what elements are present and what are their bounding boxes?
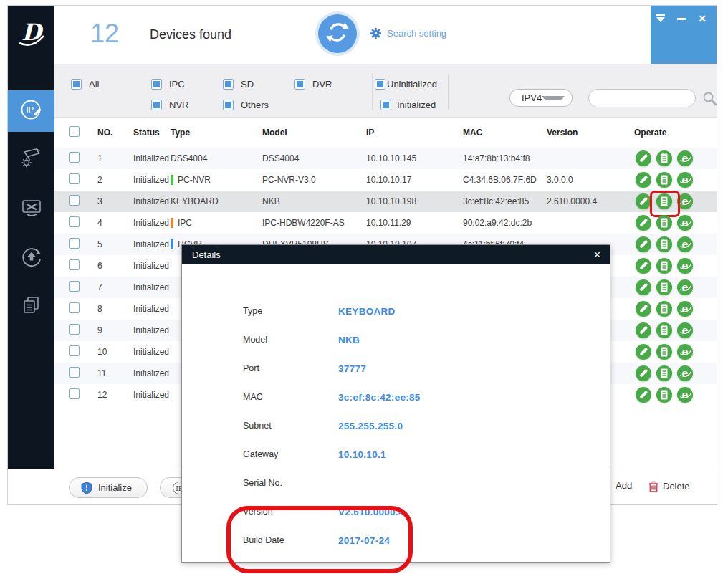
edit-pencil-icon[interactable] [636,215,651,231]
delete-button[interactable]: Delete [648,480,690,492]
details-doc-icon[interactable] [656,387,672,403]
web-browser-icon[interactable]: e [677,193,693,209]
edit-pencil-icon[interactable] [636,279,651,295]
modal-field-label: MAC [243,392,338,402]
edit-pencil-icon[interactable] [636,236,651,252]
details-doc-icon[interactable] [656,258,672,274]
modal-close-icon[interactable]: ✕ [593,249,601,260]
web-browser-icon[interactable]: e [677,150,693,166]
web-browser-icon[interactable]: e [677,344,693,360]
row-checkbox[interactable] [69,388,80,399]
checkbox-all[interactable] [71,79,82,90]
checkbox-ipc[interactable] [151,79,162,90]
row-checkbox[interactable] [69,324,80,335]
add-button[interactable]: Add [616,480,632,491]
edit-pencil-icon[interactable] [636,301,651,317]
row-checkbox[interactable] [69,259,80,270]
table-row[interactable]: 4 Initialized IPC IPC-HDBW4220F-AS 10.10… [54,212,717,234]
modal-field-label: Version [243,507,338,517]
row-checkbox[interactable] [69,152,80,163]
modal-field-row: Model NKB [243,325,610,354]
search-setting-button[interactable]: Search setting [370,27,446,39]
row-checkbox[interactable] [69,173,80,184]
row-checkbox[interactable] [69,302,80,313]
sidebar-item-system-settings[interactable] [8,188,54,230]
web-browser-icon[interactable]: e [677,172,693,188]
web-browser-icon[interactable]: e [677,301,693,317]
row-checkbox[interactable] [69,345,80,356]
devices-found-label: Devices found [150,27,231,42]
details-doc-icon[interactable] [656,279,672,295]
minimize-icon [677,18,686,20]
table-row[interactable]: 3 Initialized KEYBOARD NKB 10.10.10.198 … [54,191,717,212]
edit-pencil-icon[interactable] [636,365,651,381]
sidebar-item-device-config[interactable] [8,138,54,179]
filter-ipc[interactable]: IPC [151,79,185,90]
edit-pencil-icon[interactable] [636,322,651,338]
collapse-window-button[interactable] [655,13,666,24]
search-input[interactable] [588,89,696,107]
sidebar-item-building-config[interactable] [8,286,54,327]
details-doc-icon[interactable] [656,344,672,360]
edit-pencil-icon[interactable] [636,258,651,274]
minimize-button[interactable] [676,13,687,24]
close-window-button[interactable]: ✕ [696,13,708,24]
web-browser-icon[interactable]: e [677,365,693,381]
modal-field-label: Serial No. [243,478,338,488]
details-doc-icon[interactable] [656,301,672,317]
table-row[interactable]: 1 Initialized DSS4004 DSS4004 10.10.10.1… [54,148,717,169]
details-doc-icon[interactable] [656,150,672,166]
web-browser-icon[interactable]: e [677,279,693,295]
modal-field-label: Build Date [243,535,338,545]
modal-field-label: Port [243,363,338,373]
filter-sd[interactable]: SD [223,79,254,90]
edit-pencil-icon[interactable] [636,344,651,360]
row-checkbox[interactable] [69,238,80,249]
row-checkbox[interactable] [69,281,80,292]
details-doc-icon[interactable] [656,215,672,231]
checkbox-initialized[interactable] [380,100,391,110]
web-browser-icon[interactable]: e [677,258,693,274]
initialize-button[interactable]: Initialize [69,477,148,498]
cell-mac: 90:02:a9:42:dc:2b [463,218,547,228]
sidebar-item-modify-ip[interactable]: IP [8,90,54,132]
row-checkbox[interactable] [69,195,80,206]
edit-pencil-icon[interactable] [636,387,651,403]
select-all-checkbox[interactable] [69,126,80,137]
details-doc-icon[interactable] [656,236,672,252]
search-icon[interactable] [701,90,719,110]
web-browser-icon[interactable]: e [677,322,693,338]
filter-initialized[interactable]: Initialized [380,100,436,110]
checkbox-nvr[interactable] [151,100,162,110]
table-row[interactable]: 2 Initialized PC-NVR PC-NVR-V3.0 10.10.1… [54,169,717,191]
details-doc-icon[interactable] [656,322,672,338]
svg-text:e: e [682,260,689,272]
checkbox-sd[interactable] [223,79,234,90]
upgrade-arrow-icon [19,244,44,272]
edit-pencil-icon[interactable] [636,193,651,209]
filter-all[interactable]: All [71,79,99,90]
web-browser-icon[interactable]: e [677,236,693,252]
edit-pencil-icon[interactable] [636,172,651,188]
edit-pencil-icon[interactable] [636,150,651,166]
col-mac: MAC [463,128,547,138]
details-doc-icon[interactable] [656,172,672,188]
sidebar-item-upgrade[interactable] [8,237,54,279]
filter-dvr[interactable]: DVR [294,79,332,90]
filter-nvr[interactable]: NVR [151,100,188,110]
row-checkbox[interactable] [69,216,80,227]
filter-uninitialized[interactable]: Uninitialized [375,79,437,90]
web-browser-icon[interactable]: e [677,215,693,231]
row-checkbox[interactable] [69,367,80,378]
details-doc-icon[interactable] [656,365,672,381]
web-browser-icon[interactable]: e [677,387,693,403]
ip-version-select[interactable]: IPV4 [509,89,573,107]
refresh-button[interactable] [318,14,357,53]
checkbox-uninitialized[interactable] [375,79,385,90]
filter-others[interactable]: Others [223,100,269,110]
modal-field-row: Subnet 255.255.255.0 [243,411,610,440]
svg-text:e: e [682,368,689,379]
checkbox-others[interactable] [223,100,234,110]
details-doc-icon[interactable] [656,193,672,209]
checkbox-dvr[interactable] [294,79,305,90]
